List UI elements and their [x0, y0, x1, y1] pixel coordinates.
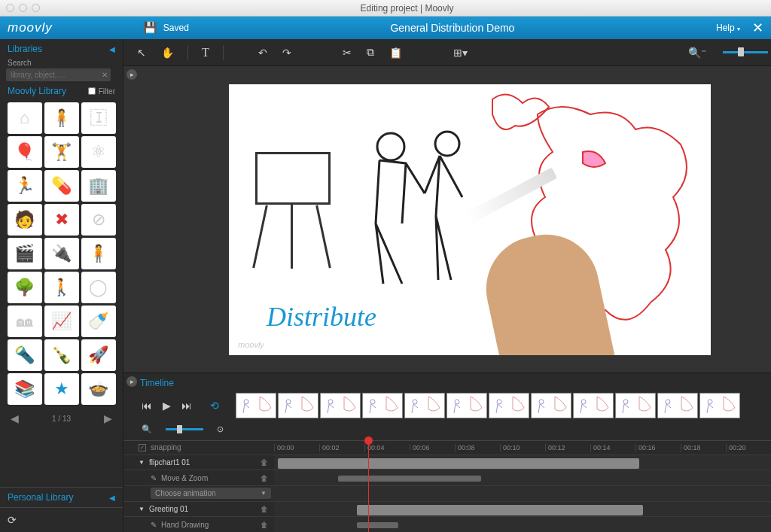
library-item-town[interactable]: 🏘: [8, 306, 42, 337]
playhead[interactable]: [368, 441, 369, 532]
track-delete-icon[interactable]: 🗑: [261, 505, 268, 513]
track-name[interactable]: flipchart1 01: [149, 458, 190, 467]
timeline-thumb[interactable]: [404, 393, 445, 418]
zoom-slider[interactable]: [723, 51, 768, 53]
track-delete-icon[interactable]: 🗑: [261, 458, 268, 467]
snapping-checkbox[interactable]: ✓: [139, 444, 146, 451]
stage-canvas[interactable]: Distribute moovly: [229, 84, 711, 355]
loop-icon[interactable]: ⟲: [207, 398, 222, 413]
close-icon[interactable]: ✕: [752, 20, 763, 36]
track-expand-icon[interactable]: ▼: [139, 459, 145, 466]
timeline-thumb[interactable]: [699, 393, 740, 418]
timeline-thumb[interactable]: [489, 393, 529, 418]
library-item-chart-up[interactable]: 📈: [44, 306, 79, 337]
track-delete-icon[interactable]: 🗑: [261, 521, 268, 529]
traffic-minimize[interactable]: [19, 4, 27, 12]
library-item-park[interactable]: 🌳: [8, 272, 42, 303]
traffic-zoom[interactable]: [32, 4, 40, 12]
library-item-rocket[interactable]: 🚀: [81, 339, 116, 371]
timeline-thumb[interactable]: [362, 393, 403, 418]
pointer-tool-icon[interactable]: ↖: [133, 44, 151, 62]
track-name[interactable]: Greeting 01: [149, 505, 188, 513]
pager-text: 1 / 13: [52, 415, 71, 423]
timeline-thumb[interactable]: [320, 393, 361, 418]
timeline-thumb[interactable]: [278, 393, 318, 418]
library-item-wheel[interactable]: ⊘: [81, 204, 116, 236]
help-link[interactable]: Help ▾: [716, 23, 740, 33]
library-item-runner[interactable]: 🏃: [8, 170, 42, 202]
library-item-books[interactable]: 📚: [8, 373, 42, 405]
libraries-title: Libraries: [8, 44, 42, 54]
pager-next-icon[interactable]: ▶: [104, 412, 112, 424]
library-item-person[interactable]: 🧍: [44, 102, 79, 134]
timeline-thumb[interactable]: [573, 393, 614, 418]
library-item-ring[interactable]: ◯: [81, 272, 116, 303]
track-expand-icon[interactable]: ▼: [139, 506, 145, 512]
library-item-house[interactable]: ⌂: [8, 102, 42, 134]
timeline-zoom-out-icon[interactable]: 🔍: [139, 423, 155, 436]
play-icon[interactable]: ▶: [160, 398, 174, 413]
collapse-canvas-icon[interactable]: ▸: [126, 69, 137, 80]
timeline-thumb[interactable]: [236, 393, 276, 418]
cut-icon[interactable]: ✂: [338, 44, 356, 62]
rewind-icon[interactable]: ⏮: [139, 398, 155, 413]
library-item-italy-map[interactable]: 🇮: [81, 102, 116, 134]
timeline-zoom-slider[interactable]: [166, 428, 203, 430]
align-icon[interactable]: ⊞▾: [449, 44, 472, 62]
timeline-thumb[interactable]: [446, 393, 487, 418]
filter-toggle[interactable]: Filter: [88, 87, 115, 96]
undo-icon[interactable]: ↶: [254, 44, 272, 62]
timeline-zoom-reset-icon[interactable]: ⊙: [214, 423, 227, 436]
pager-prev-icon[interactable]: ◀: [11, 412, 19, 424]
svg-point-6: [413, 400, 417, 404]
clear-search-icon[interactable]: ✕: [102, 71, 108, 79]
window-titlebar: Editing project | Moovly: [0, 0, 771, 17]
track-anim-name[interactable]: Hand Drawing: [161, 521, 209, 529]
library-item-dumbbell[interactable]: 🏋: [44, 136, 79, 168]
library-item-pill[interactable]: 💊: [44, 170, 79, 202]
library-item-bottle[interactable]: 🍼: [81, 306, 116, 337]
library-item-spotlight[interactable]: 🔦: [8, 339, 42, 371]
svg-point-5: [370, 400, 375, 404]
collapse-timeline-icon[interactable]: ▸: [126, 376, 137, 387]
ruler-tick: 00:20: [726, 444, 771, 451]
refresh-icon[interactable]: ⟳: [0, 507, 123, 532]
timeline-ruler[interactable]: 00:0000:0200:0400:0600:0800:1000:1200:14…: [274, 444, 771, 451]
text-tool-icon[interactable]: T: [197, 43, 214, 62]
pan-tool-icon[interactable]: ✋: [157, 44, 178, 62]
timeline-thumb[interactable]: [615, 393, 656, 418]
track-anim-name[interactable]: Move & Zoom: [161, 474, 208, 482]
redo-icon[interactable]: ↷: [278, 44, 296, 62]
library-item-clapper[interactable]: 🎬: [8, 238, 42, 269]
library-item-wine[interactable]: 🍾: [44, 339, 79, 371]
ruler-tick: 00:00: [274, 444, 319, 451]
svg-point-2: [244, 400, 248, 404]
canvas-text-distribute[interactable]: Distribute: [267, 301, 376, 333]
library-item-atom[interactable]: ⚛: [81, 136, 116, 168]
library-item-balloon[interactable]: 🎈: [8, 136, 42, 168]
timeline-thumb[interactable]: [657, 393, 698, 418]
paste-icon[interactable]: 📋: [385, 44, 407, 62]
chevron-left-icon[interactable]: ◀: [109, 45, 115, 53]
zoom-out-icon[interactable]: 🔍⁻: [684, 44, 711, 62]
library-item-man-standing[interactable]: 🧍: [81, 238, 116, 269]
chevron-left-icon[interactable]: ◀: [109, 494, 115, 502]
traffic-close[interactable]: [6, 4, 14, 12]
copy-icon[interactable]: ⧉: [362, 43, 379, 62]
library-item-seller[interactable]: 🧑‍: [8, 204, 42, 236]
library-item-building[interactable]: 🏢: [81, 170, 116, 202]
search-input[interactable]: [6, 68, 111, 81]
forward-icon[interactable]: ⏭: [178, 398, 195, 413]
timeline-thumb[interactable]: [531, 393, 571, 418]
center-area: ↖ ✋ T ↶ ↷ ✂ ⧉ 📋 ⊞▾ 🔍⁻ 🔍⁺ ▸: [123, 39, 771, 532]
library-item-red-x[interactable]: ✖: [44, 204, 79, 236]
library-item-plug[interactable]: 🔌: [44, 238, 79, 269]
canvas-object-easel[interactable]: [251, 152, 334, 265]
save-icon[interactable]: 💾: [143, 21, 157, 35]
timeline-thumbnails[interactable]: [236, 393, 740, 418]
library-item-walker[interactable]: 🚶: [44, 272, 79, 303]
library-item-star[interactable]: ★: [44, 373, 79, 405]
choose-animation-dropdown[interactable]: Choose animation▼: [151, 488, 271, 499]
track-delete-icon[interactable]: 🗑: [261, 474, 268, 482]
library-item-pot[interactable]: 🍲: [81, 373, 116, 405]
